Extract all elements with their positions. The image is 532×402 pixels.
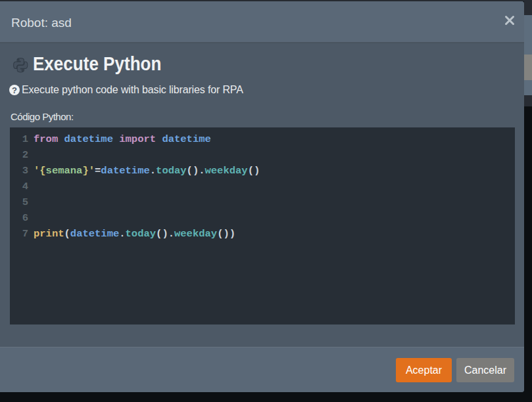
svg-text:?: ?	[12, 85, 17, 95]
